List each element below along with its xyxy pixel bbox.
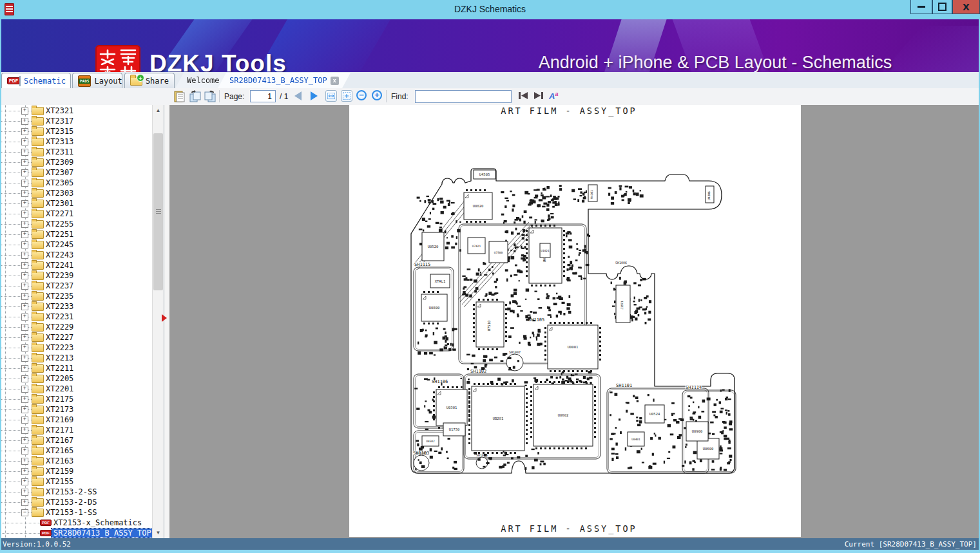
tree-file-SR28D07413_B_ASSY_TOP[interactable]: PDFSR28D07413_B_ASSY_TOP [0, 528, 152, 538]
tree-folder-XT2231[interactable]: +XT2231 [0, 312, 152, 322]
tree-folder-XT2235[interactable]: +XT2235 [0, 291, 152, 301]
tree-folder-XT2233[interactable]: +XT2233 [0, 301, 152, 312]
zoom-out-icon[interactable]: − [356, 90, 367, 100]
expand-icon[interactable]: + [21, 262, 28, 269]
tab-layout[interactable]: PADS Layout [72, 73, 122, 88]
tree-folder-XT2251[interactable]: +XT2251 [0, 229, 152, 239]
zoom-in-icon[interactable]: + [372, 90, 382, 100]
tree-folder-XT2163[interactable]: +XT2163 [0, 456, 152, 466]
expand-icon[interactable]: + [21, 355, 28, 362]
rotate-left-icon[interactable] [204, 90, 216, 102]
expand-icon[interactable]: + [21, 272, 28, 279]
fit-width-icon[interactable] [325, 90, 337, 102]
expand-icon[interactable]: + [21, 283, 28, 290]
expand-icon[interactable]: + [21, 108, 28, 115]
expand-icon[interactable]: + [21, 169, 28, 176]
tree-folder-XT2171[interactable]: +XT2171 [0, 425, 152, 435]
expand-icon[interactable]: + [21, 149, 28, 156]
expand-icon[interactable]: + [21, 252, 28, 259]
expand-icon[interactable]: + [21, 334, 28, 341]
tree-folder-XT2153-2-DS[interactable]: +XT2153-2-DS [0, 497, 152, 507]
expand-icon[interactable]: + [21, 489, 28, 496]
tree-folder-XT2201[interactable]: +XT2201 [0, 384, 152, 394]
expand-icon[interactable]: + [21, 221, 28, 228]
scroll-down-icon[interactable]: ▼ [153, 527, 164, 538]
rotate-right-icon[interactable] [189, 90, 202, 102]
expand-icon[interactable]: + [21, 159, 28, 166]
tree-folder-XT2223[interactable]: +XT2223 [0, 342, 152, 353]
tree-folder-XT2303[interactable]: +XT2303 [0, 188, 152, 198]
tree-folder-XT2321[interactable]: +XT2321 [0, 106, 152, 116]
tab-schematic[interactable]: PDF Schematic [1, 73, 71, 88]
notes-icon[interactable] [174, 91, 185, 102]
maximize-button[interactable] [932, 0, 952, 14]
tree-folder-XT2305[interactable]: +XT2305 [0, 178, 152, 188]
tree-folder-XT2315[interactable]: +XT2315 [0, 126, 152, 136]
tree-folder-XT2313[interactable]: +XT2313 [0, 136, 152, 147]
expand-icon[interactable]: + [21, 303, 28, 310]
expand-icon[interactable]: + [21, 180, 28, 187]
expand-icon[interactable]: + [21, 190, 28, 197]
expand-icon[interactable]: + [21, 406, 28, 413]
tree-folder-XT2229[interactable]: +XT2229 [0, 322, 152, 332]
tree-folder-XT2311[interactable]: +XT2311 [0, 147, 152, 157]
expand-icon[interactable]: + [21, 468, 28, 475]
find-next-icon[interactable] [533, 91, 544, 100]
expand-icon[interactable]: + [21, 447, 28, 455]
tree-folder-XT2213[interactable]: +XT2213 [0, 353, 152, 363]
expand-icon[interactable]: + [21, 314, 28, 321]
tree-folder-XT2309[interactable]: +XT2309 [0, 157, 152, 167]
scroll-up-icon[interactable]: ▲ [153, 105, 164, 116]
tree-folder-XT2173[interactable]: +XT2173 [0, 404, 152, 415]
expand-icon[interactable]: + [21, 375, 28, 382]
expand-icon[interactable]: + [21, 241, 28, 248]
page-input[interactable] [250, 90, 276, 102]
expand-icon[interactable]: + [21, 386, 28, 393]
expand-icon[interactable]: + [21, 344, 28, 351]
expand-icon[interactable]: + [21, 427, 28, 434]
tree-folder-XT2205[interactable]: +XT2205 [0, 373, 152, 384]
tree-folder-XT2301[interactable]: +XT2301 [0, 198, 152, 209]
tree-file-XT2153-x_Schematics[interactable]: PDFXT2153-x_Schematics [0, 518, 152, 528]
tree-folder-XT2245[interactable]: +XT2245 [0, 239, 152, 250]
find-input[interactable] [415, 90, 512, 103]
expand-icon[interactable]: + [21, 324, 28, 331]
expand-icon[interactable]: + [21, 293, 28, 300]
tree-folder-XT2271[interactable]: +XT2271 [0, 209, 152, 219]
expand-icon[interactable]: + [21, 365, 28, 372]
expand-icon[interactable]: + [21, 200, 28, 207]
expand-icon[interactable]: + [21, 499, 28, 506]
tree-folder-XT2255[interactable]: +XT2255 [0, 219, 152, 229]
tree-folder-XT2243[interactable]: +XT2243 [0, 250, 152, 260]
expand-icon[interactable]: + [21, 437, 28, 444]
tree-folder-XT2153-1-SS[interactable]: −XT2153-1-SS [0, 507, 152, 518]
close-button[interactable]: X [952, 0, 980, 14]
expand-icon[interactable]: + [21, 231, 28, 238]
minimize-button[interactable] [910, 0, 932, 14]
prev-page-icon[interactable] [294, 91, 302, 100]
tree-folder-XT2155[interactable]: +XT2155 [0, 476, 152, 487]
expand-icon[interactable]: + [21, 118, 28, 125]
tree-folder-XT2237[interactable]: +XT2237 [0, 281, 152, 291]
tree-folder-XT2153-2-SS[interactable]: +XT2153-2-SS [0, 487, 152, 497]
expand-icon[interactable]: + [21, 396, 28, 403]
expand-icon[interactable]: + [21, 128, 28, 135]
tree-folder-XT2159[interactable]: +XT2159 [0, 466, 152, 476]
expand-icon[interactable]: + [21, 417, 28, 424]
collapse-icon[interactable]: − [21, 509, 28, 516]
expand-icon[interactable]: + [21, 211, 28, 218]
tree-folder-XT2227[interactable]: +XT2227 [0, 332, 152, 342]
tree-folder-XT2239[interactable]: +XT2239 [0, 270, 152, 281]
next-page-icon[interactable] [311, 91, 318, 100]
pdf-viewer[interactable]: ART FILM - ASSY_TOPART FILM - ASSY_TOPSH… [169, 105, 979, 538]
tree-folder-XT2241[interactable]: +XT2241 [0, 260, 152, 270]
tab-share[interactable]: + Share [124, 73, 175, 88]
tree-folder-XT2169[interactable]: +XT2169 [0, 415, 152, 425]
scrollbar-thumb[interactable] [153, 133, 163, 290]
expand-icon[interactable]: + [21, 458, 28, 465]
doctab-assy-top[interactable]: SR28D07413_B_ASSY_TOP x [218, 73, 351, 88]
tree-folder-XT2175[interactable]: +XT2175 [0, 394, 152, 404]
tree-folder-XT2165[interactable]: +XT2165 [0, 445, 152, 456]
tree-folder-XT2317[interactable]: +XT2317 [0, 116, 152, 126]
close-tab-icon[interactable]: x [331, 77, 339, 85]
